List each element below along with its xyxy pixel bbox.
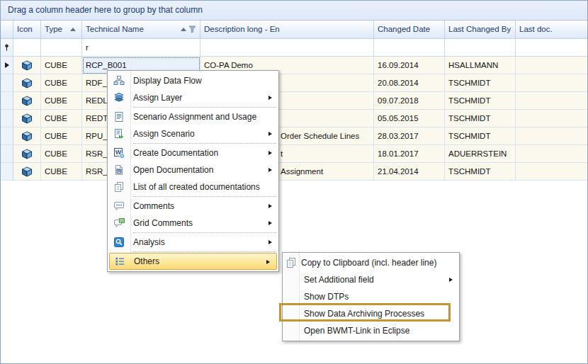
menu-item-comments[interactable]: Comments	[108, 198, 278, 215]
filter-cell-changed-date[interactable]	[374, 39, 445, 57]
last-doc-cell[interactable]	[516, 127, 587, 145]
cube-icon[interactable]	[13, 163, 41, 181]
context-menu: Display Data Flow Assign Layer Scenario …	[107, 70, 279, 272]
filter-cell-last-changed-by[interactable]	[445, 39, 516, 57]
last-doc-cell[interactable]	[516, 110, 587, 127]
last-doc-cell[interactable]	[516, 92, 587, 110]
changed-date-cell[interactable]: 05.05.2015	[374, 110, 445, 127]
table-row: CUBEREDL_09.07.2018TSCHMIDT	[1, 92, 587, 110]
analysis-icon	[113, 237, 125, 248]
changed-date-cell[interactable]: 28.03.2017	[374, 127, 445, 145]
menu-item-scenario-assignment[interactable]: Scenario Assignment and Usage	[108, 108, 278, 125]
menu-item-list-documentations[interactable]: List of all created documentations	[108, 178, 278, 195]
submenu-arrow-icon	[268, 204, 272, 208]
assign-scenario-icon	[113, 128, 125, 140]
changed-date-cell[interactable]: 18.01.2017	[374, 145, 445, 163]
filter-cell-type[interactable]	[41, 39, 82, 57]
comments-icon	[113, 200, 125, 212]
submenu-arrow-icon	[266, 260, 270, 264]
type-cell[interactable]: CUBE	[41, 74, 82, 92]
column-header-type[interactable]: Type	[41, 21, 82, 39]
cube-icon[interactable]	[13, 74, 41, 92]
submenu-item-show-data-archiving-processes[interactable]: Show Data Archiving Processes	[283, 305, 459, 322]
submenu-arrow-icon	[268, 168, 272, 172]
pages-icon	[113, 181, 125, 193]
cube-icon[interactable]	[13, 110, 41, 127]
column-header-changed-date[interactable]: Changed Date	[374, 21, 445, 39]
last-doc-cell[interactable]	[516, 163, 587, 181]
sort-ascending-icon	[70, 28, 76, 31]
last-changed-by-cell[interactable]: TSCHMIDT	[445, 163, 516, 181]
type-cell[interactable]: CUBE	[41, 110, 82, 127]
submenu-item-set-additional-field[interactable]: Set Additional field	[283, 271, 459, 288]
menu-item-grid-comments[interactable]: Grid Comments	[108, 215, 278, 232]
type-cell[interactable]: CUBE	[41, 57, 82, 74]
group-by-panel[interactable]: Drag a column header here to group by th…	[1, 1, 587, 21]
column-header-technical-name[interactable]: Technical Name	[82, 21, 200, 39]
type-cell[interactable]: CUBE	[41, 163, 82, 181]
type-cell[interactable]: CUBE	[41, 145, 82, 163]
menu-item-display-data-flow[interactable]: Display Data Flow	[108, 72, 278, 89]
last-changed-by-cell[interactable]: TSCHMIDT	[445, 92, 516, 110]
changed-date-cell[interactable]: 21.04.2014	[374, 163, 445, 181]
grid-window: Drag a column header here to group by th…	[0, 0, 588, 364]
column-header-icon[interactable]: Icon	[13, 21, 41, 39]
changed-date-cell[interactable]: 09.07.2018	[374, 92, 445, 110]
type-cell[interactable]: CUBE	[41, 92, 82, 110]
last-doc-cell[interactable]	[516, 145, 587, 163]
column-header-last-doc[interactable]: Last doc.	[516, 21, 587, 39]
menu-item-create-documentation[interactable]: W Create Documentation	[108, 144, 278, 161]
create-doc-icon: W	[113, 147, 125, 159]
column-header-row: Icon Type Technical Name Description lon…	[1, 21, 587, 39]
row-indicator-cell[interactable]	[1, 127, 13, 145]
row-indicator-cell[interactable]	[1, 74, 13, 92]
cube-icon[interactable]	[13, 145, 41, 163]
current-row-arrow-icon	[5, 62, 9, 68]
column-header-last-changed-by[interactable]: Last Changed By	[445, 21, 516, 39]
row-indicator-cell[interactable]	[1, 110, 13, 127]
sort-ascending-icon	[181, 28, 186, 31]
filter-cell-last-doc[interactable]	[516, 39, 587, 57]
menu-item-assign-layer[interactable]: Assign Layer	[108, 89, 278, 106]
last-changed-by-cell[interactable]: HSALLMANN	[445, 57, 516, 74]
last-doc-cell[interactable]	[516, 74, 587, 92]
row-indicator-cell[interactable]	[1, 92, 13, 110]
type-cell[interactable]: CUBE	[41, 127, 82, 145]
filter-pin-icon[interactable]	[1, 39, 13, 57]
last-changed-by-cell[interactable]: ADUERRSTEIN	[445, 145, 516, 163]
row-indicator-cell[interactable]	[1, 145, 13, 163]
submenu-item-copy-to-clipboard[interactable]: Copy to Clipboard (incl. header line)	[283, 254, 459, 271]
menu-item-others[interactable]: Others	[109, 253, 277, 270]
filter-row: r	[1, 39, 587, 57]
menu-item-assign-scenario[interactable]: Assign Scenario	[108, 125, 278, 142]
submenu-arrow-icon	[268, 132, 272, 136]
changed-date-cell[interactable]: 16.09.2014	[374, 57, 445, 74]
filter-funnel-icon[interactable]	[188, 25, 196, 33]
row-indicator-cell[interactable]	[1, 57, 13, 74]
last-doc-cell[interactable]	[516, 57, 587, 74]
submenu-arrow-icon	[268, 96, 272, 100]
cube-icon[interactable]	[13, 92, 41, 110]
copy-icon	[285, 257, 297, 268]
others-submenu: Copy to Clipboard (incl. header line) Se…	[282, 252, 460, 341]
filter-cell-description[interactable]	[200, 39, 374, 57]
last-changed-by-cell[interactable]: TSCHMIDT	[445, 127, 516, 145]
data-flow-icon	[113, 75, 125, 86]
filter-cell-technical-name[interactable]: r	[82, 39, 200, 57]
cube-icon[interactable]	[13, 127, 41, 145]
column-header-description[interactable]: Description long - En	[200, 21, 374, 39]
submenu-arrow-icon	[268, 221, 272, 225]
filter-cell-icon[interactable]	[13, 39, 41, 57]
cube-icon[interactable]	[13, 57, 41, 74]
table-row: CUBEREDT_05.05.2015TSCHMIDT	[1, 110, 587, 127]
row-indicator-cell[interactable]	[1, 163, 13, 181]
svg-text:W: W	[118, 169, 121, 173]
changed-date-cell[interactable]: 20.08.2014	[374, 74, 445, 92]
submenu-item-open-bwmt-link[interactable]: Open BWMT-Link in Eclipse	[283, 322, 459, 339]
last-changed-by-cell[interactable]: TSCHMIDT	[445, 74, 516, 92]
menu-item-open-documentation[interactable]: W Open Documentation	[108, 161, 278, 178]
table-row: CUBERSR_BAssignment21.04.2014TSCHMIDT	[1, 163, 587, 181]
submenu-item-show-dtps[interactable]: Show DTPs	[283, 288, 459, 305]
menu-item-analysis[interactable]: Analysis	[108, 234, 278, 251]
last-changed-by-cell[interactable]: TSCHMIDT	[445, 110, 516, 127]
